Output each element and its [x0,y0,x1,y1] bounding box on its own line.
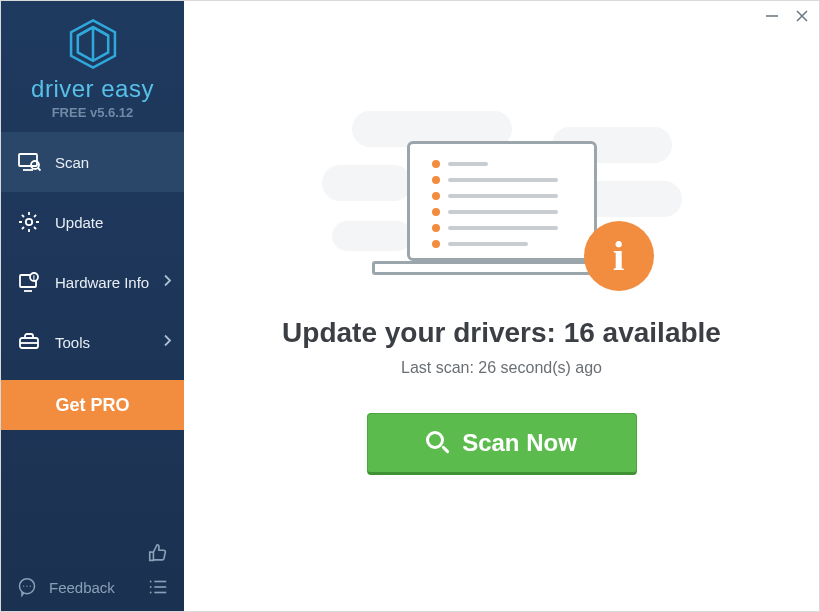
app-logo-block: driver easy FREE v5.6.12 [1,1,184,132]
chat-icon [15,575,39,599]
sidebar-item-scan[interactable]: Scan [1,132,184,192]
sidebar: driver easy FREE v5.6.12 Scan U [1,1,184,611]
scan-now-button[interactable]: Scan Now [367,413,637,475]
scan-hero: i Update your drivers: 16 available Last… [184,1,819,611]
laptop-illustration: i [322,111,682,281]
app-name: driver easy [31,75,154,103]
sidebar-item-hardware-info[interactable]: i Hardware Info [1,252,184,312]
thumbs-up-icon[interactable] [146,541,170,565]
close-button[interactable] [795,9,809,26]
svg-text:i: i [33,274,35,281]
get-pro-label: Get PRO [55,395,129,416]
monitor-search-icon [17,150,41,174]
feedback-button[interactable]: Feedback [15,575,115,599]
info-badge-icon: i [584,221,654,291]
sidebar-item-label: Scan [55,154,89,171]
scan-headline: Update your drivers: 16 available [282,317,721,349]
tools-icon [17,330,41,354]
app-logo-icon [66,17,120,71]
get-pro-button[interactable]: Get PRO [1,380,184,430]
svg-rect-5 [19,154,37,166]
sidebar-nav: Scan Update i Hardware Info [1,132,184,430]
scan-now-label: Scan Now [462,429,577,457]
sidebar-item-label: Tools [55,334,90,351]
search-icon [426,431,450,455]
minimize-button[interactable] [765,9,779,26]
sidebar-item-tools[interactable]: Tools [1,312,184,372]
chevron-right-icon [164,335,172,350]
svg-line-8 [38,168,41,171]
feedback-label: Feedback [49,579,115,596]
window-controls [765,9,809,26]
main-panel: i Update your drivers: 16 available Last… [184,1,819,611]
sidebar-item-update[interactable]: Update [1,192,184,252]
svg-point-18 [26,586,27,587]
sidebar-bottom: Feedback [1,541,184,611]
scan-subline: Last scan: 26 second(s) ago [401,359,602,377]
svg-point-20 [150,581,152,583]
gear-icon [17,210,41,234]
svg-point-19 [30,586,31,587]
app-version: FREE v5.6.12 [52,105,134,120]
hardware-info-icon: i [17,270,41,294]
svg-point-17 [23,586,24,587]
sidebar-item-label: Hardware Info [55,274,149,291]
chevron-right-icon [164,275,172,290]
sidebar-item-label: Update [55,214,103,231]
menu-list-icon[interactable] [146,575,170,599]
svg-point-22 [150,592,152,594]
svg-point-9 [26,219,32,225]
svg-point-21 [150,586,152,588]
